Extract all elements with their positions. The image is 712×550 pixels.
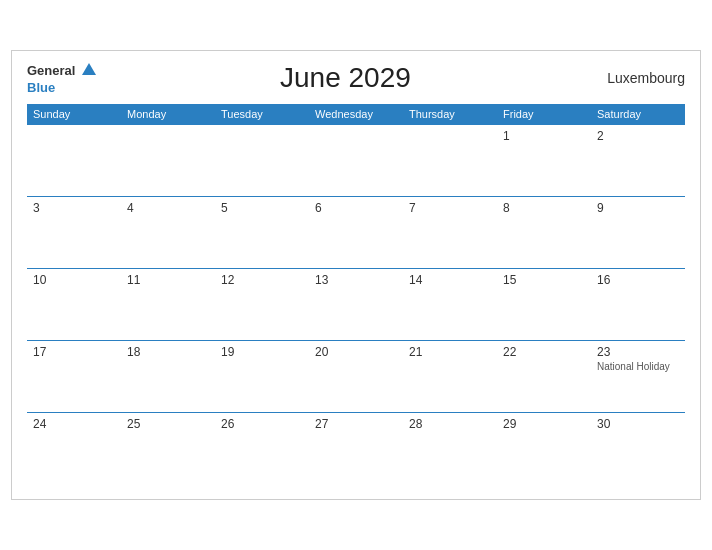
day-number: 9 bbox=[597, 201, 679, 215]
calendar-region: Luxembourg bbox=[595, 70, 685, 86]
weekday-header-wednesday: Wednesday bbox=[309, 104, 403, 125]
day-number: 4 bbox=[127, 201, 209, 215]
day-cell: 1 bbox=[497, 124, 591, 196]
day-number: 26 bbox=[221, 417, 303, 431]
day-cell bbox=[121, 124, 215, 196]
day-cell: 6 bbox=[309, 196, 403, 268]
weekday-header-saturday: Saturday bbox=[591, 104, 685, 125]
day-cell bbox=[27, 124, 121, 196]
day-cell: 8 bbox=[497, 196, 591, 268]
weekday-header-friday: Friday bbox=[497, 104, 591, 125]
day-number: 20 bbox=[315, 345, 397, 359]
week-row-3: 17181920212223National Holiday bbox=[27, 340, 685, 412]
day-cell: 21 bbox=[403, 340, 497, 412]
day-number: 19 bbox=[221, 345, 303, 359]
calendar-container: General Blue June 2029 Luxembourg Sunday… bbox=[11, 50, 701, 501]
logo-triangle-icon bbox=[82, 63, 96, 75]
day-number: 29 bbox=[503, 417, 585, 431]
day-cell: 28 bbox=[403, 412, 497, 484]
day-cell: 7 bbox=[403, 196, 497, 268]
weekday-header-monday: Monday bbox=[121, 104, 215, 125]
day-cell: 26 bbox=[215, 412, 309, 484]
calendar-table: SundayMondayTuesdayWednesdayThursdayFrid… bbox=[27, 104, 685, 485]
day-cell: 17 bbox=[27, 340, 121, 412]
day-cell: 22 bbox=[497, 340, 591, 412]
day-number: 8 bbox=[503, 201, 585, 215]
calendar-title: June 2029 bbox=[96, 62, 595, 94]
weekday-header-sunday: Sunday bbox=[27, 104, 121, 125]
day-cell: 9 bbox=[591, 196, 685, 268]
day-number: 28 bbox=[409, 417, 491, 431]
day-number: 2 bbox=[597, 129, 679, 143]
day-cell: 30 bbox=[591, 412, 685, 484]
logo: General Blue bbox=[27, 61, 96, 96]
day-number: 25 bbox=[127, 417, 209, 431]
day-cell: 2 bbox=[591, 124, 685, 196]
logo-top-row: General bbox=[27, 61, 96, 79]
day-number: 27 bbox=[315, 417, 397, 431]
day-cell: 13 bbox=[309, 268, 403, 340]
day-number: 24 bbox=[33, 417, 115, 431]
day-number: 23 bbox=[597, 345, 679, 359]
day-cell: 18 bbox=[121, 340, 215, 412]
day-number: 13 bbox=[315, 273, 397, 287]
day-number: 22 bbox=[503, 345, 585, 359]
day-number: 18 bbox=[127, 345, 209, 359]
day-number: 10 bbox=[33, 273, 115, 287]
day-cell: 11 bbox=[121, 268, 215, 340]
day-number: 5 bbox=[221, 201, 303, 215]
day-number: 11 bbox=[127, 273, 209, 287]
week-row-0: 12 bbox=[27, 124, 685, 196]
day-number: 3 bbox=[33, 201, 115, 215]
day-number: 15 bbox=[503, 273, 585, 287]
day-number: 14 bbox=[409, 273, 491, 287]
week-row-2: 10111213141516 bbox=[27, 268, 685, 340]
day-cell: 16 bbox=[591, 268, 685, 340]
day-cell: 27 bbox=[309, 412, 403, 484]
day-cell: 3 bbox=[27, 196, 121, 268]
day-cell: 24 bbox=[27, 412, 121, 484]
day-cell: 4 bbox=[121, 196, 215, 268]
day-number: 17 bbox=[33, 345, 115, 359]
day-event: National Holiday bbox=[597, 361, 679, 372]
day-cell bbox=[215, 124, 309, 196]
day-number: 30 bbox=[597, 417, 679, 431]
day-cell: 19 bbox=[215, 340, 309, 412]
day-number: 7 bbox=[409, 201, 491, 215]
day-cell: 20 bbox=[309, 340, 403, 412]
day-number: 1 bbox=[503, 129, 585, 143]
day-cell bbox=[403, 124, 497, 196]
week-row-1: 3456789 bbox=[27, 196, 685, 268]
weekday-header-row: SundayMondayTuesdayWednesdayThursdayFrid… bbox=[27, 104, 685, 125]
day-cell: 10 bbox=[27, 268, 121, 340]
day-cell: 25 bbox=[121, 412, 215, 484]
day-number: 21 bbox=[409, 345, 491, 359]
weekday-header-thursday: Thursday bbox=[403, 104, 497, 125]
day-cell: 23National Holiday bbox=[591, 340, 685, 412]
day-number: 6 bbox=[315, 201, 397, 215]
day-cell: 12 bbox=[215, 268, 309, 340]
week-row-4: 24252627282930 bbox=[27, 412, 685, 484]
day-cell: 29 bbox=[497, 412, 591, 484]
day-cell: 5 bbox=[215, 196, 309, 268]
logo-blue-text: Blue bbox=[27, 80, 55, 95]
day-cell bbox=[309, 124, 403, 196]
day-number: 16 bbox=[597, 273, 679, 287]
day-cell: 14 bbox=[403, 268, 497, 340]
weekday-header-tuesday: Tuesday bbox=[215, 104, 309, 125]
day-cell: 15 bbox=[497, 268, 591, 340]
calendar-header: General Blue June 2029 Luxembourg bbox=[27, 61, 685, 96]
logo-general-text: General bbox=[27, 63, 75, 78]
day-number: 12 bbox=[221, 273, 303, 287]
